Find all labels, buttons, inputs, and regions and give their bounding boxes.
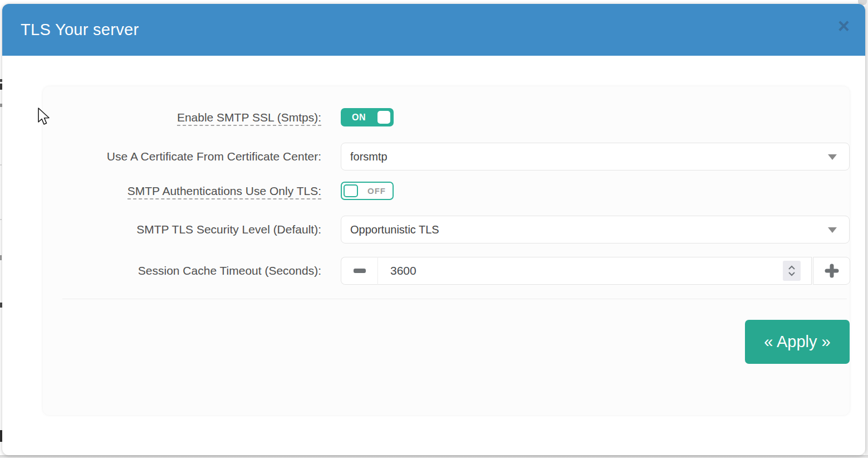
tls-security-level-select[interactable]: Opportunistic TLS [341,216,850,243]
background-sliver [0,164,2,165]
toggle-knob [344,184,358,197]
background-page-edge [865,0,868,458]
certificate-label: Use A Certificate From Certificate Cente… [43,148,321,164]
settings-card: Enable SMTP SSL (Smtps): ON Use A Certif… [43,86,850,415]
tls-security-level-value: Opportunistic TLS [350,223,439,236]
background-sliver [0,255,2,260]
row-enable-smtp-ssl: Enable SMTP SSL (Smtps): ON [43,108,850,126]
tls-security-level-label: SMTP TLS Security Level (Default): [43,221,321,237]
smtp-auth-tls-label: SMTP Authentications Use Only TLS: [43,183,321,199]
row-session-cache-timeout: Session Cache Timeout (Seconds): [43,257,850,285]
smtp-auth-tls-toggle[interactable]: OFF [341,182,394,200]
background-sliver [0,219,2,220]
toggle-knob [377,111,390,124]
card-footer: « Apply » [43,320,850,364]
row-certificate: Use A Certificate From Certificate Cente… [43,143,850,170]
modal-header: TLS Your server × [2,4,865,56]
enable-smtp-ssl-toggle[interactable]: ON [341,108,394,126]
plus-icon [825,264,839,278]
chevron-down-icon [828,227,837,233]
tls-settings-modal: TLS Your server × Enable SMTP SSL (Smtps… [2,4,865,455]
decrement-button[interactable] [341,257,378,285]
close-icon[interactable]: × [838,16,850,36]
certificate-select[interactable]: forsmtp [341,143,850,170]
number-spinner-icon[interactable] [783,261,801,281]
page: TLS Your server × Enable SMTP SSL (Smtps… [0,0,868,458]
enable-smtp-ssl-label: Enable SMTP SSL (Smtps): [43,109,321,125]
session-cache-timeout-stepper [341,257,850,285]
row-tls-security-level: SMTP TLS Security Level (Default): Oppor… [43,216,850,243]
chevron-up-icon [788,265,796,270]
session-cache-timeout-label: Session Cache Timeout (Seconds): [43,262,321,279]
session-cache-timeout-input[interactable] [378,257,812,285]
row-smtp-auth-tls: SMTP Authentications Use Only TLS: OFF [43,182,850,200]
toggle-on-label: ON [342,109,376,125]
modal-title: TLS Your server [21,21,139,39]
chevron-down-icon [828,154,837,160]
minus-icon [354,269,366,273]
toggle-off-label: OFF [361,183,393,199]
divider [62,299,847,299]
chevron-down-icon [788,271,796,276]
background-page-bottom [0,455,868,458]
apply-button[interactable]: « Apply » [745,320,850,364]
increment-button[interactable] [813,257,850,285]
certificate-select-value: forsmtp [350,150,388,163]
